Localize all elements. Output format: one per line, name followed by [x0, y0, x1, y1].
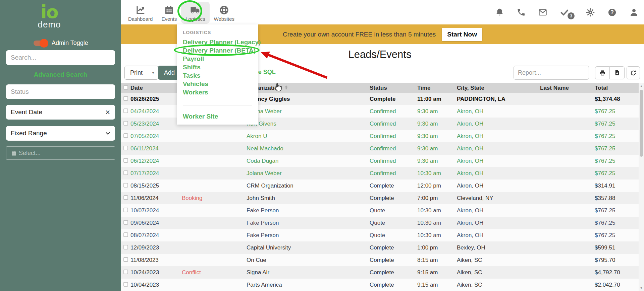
- sidebar-search-input[interactable]: [6, 50, 115, 65]
- menu-item-workers[interactable]: Workers: [183, 88, 258, 96]
- cell-city-state: Akron, OH: [457, 158, 483, 164]
- cell-total: $767.25: [595, 145, 615, 152]
- menu-header: LOGISTICS: [183, 30, 258, 35]
- cell-date: 11/06/2024: [130, 195, 159, 202]
- row-checkbox[interactable]: [123, 282, 128, 287]
- menu-item-worker-site[interactable]: Worker Site: [183, 113, 258, 120]
- table-row[interactable]: 12/09/2023 Capital University Complete 1…: [121, 241, 639, 254]
- help-icon[interactable]: ?: [607, 8, 617, 17]
- cell-time: 10:30 am: [417, 207, 441, 214]
- table-row[interactable]: 11/06/2024 Booking John Smith Complete 7…: [121, 192, 639, 204]
- row-checkbox[interactable]: [123, 208, 128, 212]
- table-row[interactable]: 06/12/2024 Coda Dugan Confirmed 9:30 am …: [121, 155, 639, 167]
- row-checkbox[interactable]: [123, 257, 128, 262]
- row-checkbox[interactable]: [123, 96, 128, 101]
- column-header-last-name[interactable]: Last Name: [540, 85, 569, 91]
- scroll-down-icon[interactable]: ▼: [639, 286, 644, 290]
- cell-total: $795.70: [595, 257, 615, 264]
- table-row[interactable]: 10/07/2024 Fake Person Quote 10:30 am Ak…: [121, 204, 639, 217]
- refresh-button[interactable]: [627, 66, 640, 79]
- nav-item-dashboard[interactable]: Dashboard: [124, 2, 157, 24]
- cell-status: Confirmed: [370, 133, 396, 140]
- column-header-time[interactable]: Time: [417, 85, 430, 91]
- printer-icon: [599, 70, 606, 76]
- column-header-city-state[interactable]: City, State: [457, 85, 484, 91]
- menu-item-delivery-planner-beta[interactable]: Delivery Planner (BETA): [183, 46, 258, 55]
- nav-item-label: Events: [161, 16, 177, 22]
- menu-item-vehicles[interactable]: Vehicles: [183, 80, 258, 88]
- table-row[interactable]: 09/06/2024 Fake Person Quote 10:30 am Ak…: [121, 217, 639, 229]
- row-checkbox[interactable]: [123, 170, 128, 175]
- cell-date: 08/26/2025: [130, 96, 159, 102]
- column-header-date[interactable]: Date: [130, 85, 143, 91]
- table-row[interactable]: 10/24/2023 Conflict Signa Air Complete 9…: [121, 266, 639, 279]
- menu-item-shifts[interactable]: Shifts: [183, 63, 258, 71]
- row-checkbox[interactable]: [123, 195, 128, 200]
- row-checkbox[interactable]: [123, 183, 128, 188]
- row-checkbox[interactable]: [123, 146, 128, 150]
- scroll-up-icon[interactable]: ▲: [639, 84, 644, 88]
- row-checkbox[interactable]: [123, 133, 128, 138]
- tasks-count-badge: 3: [568, 12, 575, 19]
- menu-item-delivery-planner-legacy[interactable]: Delivery Planner (Legacy): [183, 38, 258, 46]
- vertical-scrollbar[interactable]: ▲ ▼: [639, 83, 644, 291]
- phone-icon[interactable]: [517, 8, 526, 17]
- cell-city-state: Akron, OH: [457, 207, 483, 214]
- export-file-button[interactable]: [610, 66, 625, 79]
- row-checkbox[interactable]: [123, 270, 128, 274]
- cell-time: 9:15 am: [417, 269, 438, 276]
- tasks-check-icon[interactable]: 3: [560, 8, 569, 17]
- report-input[interactable]: [514, 66, 589, 80]
- cell-status: Confirmed: [370, 145, 396, 152]
- table-row[interactable]: 08/07/2024 Fake Person Quote 10:30 am Ak…: [121, 229, 639, 241]
- menu-item-tasks[interactable]: Tasks: [183, 71, 258, 80]
- row-checkbox[interactable]: [123, 245, 128, 249]
- cell-total: $767.25: [595, 133, 615, 140]
- clear-filter-icon[interactable]: ✕: [105, 108, 110, 116]
- notifications-bell-icon[interactable]: [495, 8, 504, 17]
- table-row[interactable]: 07/17/2024 Jolana Weber Confirmed 10:30 …: [121, 167, 639, 179]
- cell-date: 09/06/2024: [130, 220, 159, 226]
- cell-organization: Neal Machado: [247, 145, 283, 152]
- advanced-search-link[interactable]: Advanced Search: [0, 71, 121, 78]
- table-row[interactable]: 07/05/2024 Akron U Confirmed 9:30 am Akr…: [121, 130, 639, 142]
- select-all-checkbox[interactable]: [123, 85, 128, 90]
- start-now-button[interactable]: Start Now: [442, 28, 482, 41]
- dashboard-chart-icon: [136, 5, 146, 15]
- nav-item-logistics[interactable]: Logistics: [181, 2, 209, 24]
- table-row[interactable]: 06/11/2024 Neal Machado Confirmed 9:30 a…: [121, 142, 639, 155]
- status-filter-input[interactable]: [6, 84, 115, 99]
- cell-date: 07/17/2024: [130, 170, 159, 177]
- admin-toggle[interactable]: [34, 41, 47, 46]
- date-range-picker[interactable]: Select...: [6, 146, 115, 160]
- print-dropdown-caret[interactable]: ▾: [148, 66, 158, 80]
- cell-time: 1:00 pm: [417, 244, 438, 251]
- row-checkbox[interactable]: [123, 121, 128, 126]
- nav-item-websites[interactable]: Websites: [210, 2, 239, 24]
- cell-total: $4,792.70: [595, 269, 620, 276]
- column-header-status[interactable]: Status: [370, 85, 387, 91]
- table-row[interactable]: 08/15/2025 CRM Organization Complete 12:…: [121, 179, 639, 192]
- column-header-total[interactable]: Total: [595, 85, 608, 91]
- menu-item-payroll[interactable]: Payroll: [183, 55, 258, 63]
- row-checkbox[interactable]: [123, 158, 128, 163]
- print-button[interactable]: Print: [124, 66, 148, 80]
- event-date-filter[interactable]: Event Date ✕: [6, 105, 115, 120]
- cell-city-state: PADDINGTON, LA: [457, 96, 505, 102]
- row-checkbox[interactable]: [123, 220, 128, 225]
- row-checkbox[interactable]: [123, 108, 128, 113]
- print-table-button[interactable]: [595, 66, 610, 79]
- settings-gear-icon[interactable]: [586, 8, 595, 17]
- range-type-select[interactable]: Fixed Range: [6, 126, 115, 141]
- cell-status: Confirmed: [370, 158, 396, 164]
- scrollbar-thumb[interactable]: [640, 90, 643, 157]
- top-nav-bar: Dashboard Events Logistics Websites: [121, 0, 644, 24]
- table-row[interactable]: 10/04/2023 Parts America Complete 9:15 a…: [121, 279, 639, 291]
- row-checkbox[interactable]: [123, 232, 128, 237]
- table-row[interactable]: 11/08/2023 On Cue Complete 8:15 am Aiken…: [121, 254, 639, 266]
- event-date-label: Event Date: [11, 108, 42, 116]
- nav-item-events[interactable]: Events: [157, 2, 181, 24]
- nav-item-label: Websites: [214, 16, 234, 22]
- profile-icon[interactable]: [629, 8, 639, 17]
- mail-icon[interactable]: [538, 8, 547, 17]
